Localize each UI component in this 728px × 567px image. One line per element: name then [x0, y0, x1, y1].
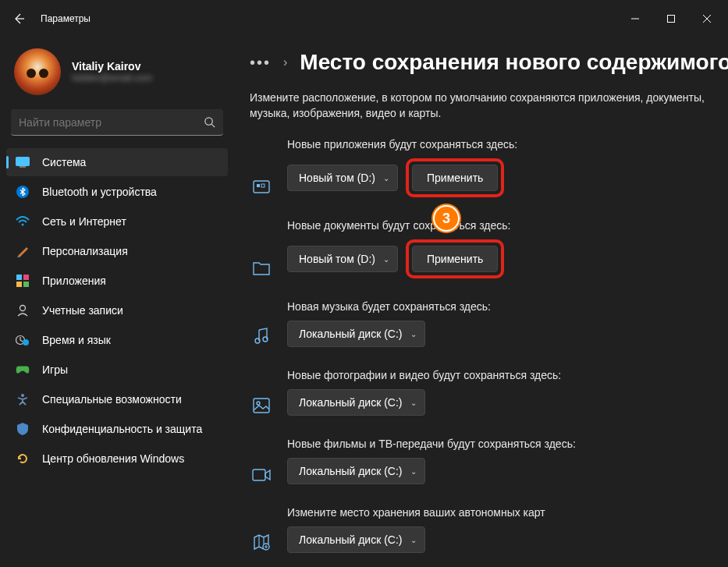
- nav-bluetooth[interactable]: Bluetooth и устройства: [6, 178, 228, 206]
- svg-point-12: [23, 339, 29, 346]
- svg-point-13: [21, 394, 24, 397]
- section-label: Новые приложения будут сохраняться здесь…: [287, 138, 728, 151]
- docs-drive-dropdown[interactable]: Новый том (D:) ⌄: [287, 246, 398, 272]
- dropdown-value: Локальный диск (C:): [299, 328, 403, 340]
- sidebar: Vitaliy Kairov hidden@email.com Система …: [0, 37, 234, 567]
- section-label: Новая музыка будет сохраняться здесь:: [287, 300, 728, 313]
- chevron-down-icon: ⌄: [383, 174, 389, 183]
- nav-label: Специальные возможности: [42, 393, 182, 406]
- movies-drive-dropdown[interactable]: Локальный диск (C:) ⌄: [287, 458, 425, 484]
- dropdown-value: Новый том (D:): [299, 172, 375, 184]
- music-drive-dropdown[interactable]: Локальный диск (C:) ⌄: [287, 321, 425, 347]
- bluetooth-icon: [16, 185, 30, 199]
- section-label: Новые фотографии и видео будут сохранять…: [287, 369, 728, 381]
- highlight-apply-apps: Применить: [406, 158, 504, 197]
- maximize-button[interactable]: [653, 6, 689, 31]
- svg-rect-16: [261, 184, 265, 187]
- docs-save-icon: [250, 219, 273, 278]
- section-label: Измените место хранения ваших автономных…: [287, 506, 728, 519]
- nav-label: Система: [42, 156, 86, 168]
- breadcrumb-more[interactable]: •••: [250, 54, 271, 72]
- apps-apply-button[interactable]: Применить: [412, 165, 498, 191]
- clock-globe-icon: [16, 333, 30, 347]
- svg-rect-3: [20, 166, 26, 168]
- search-input[interactable]: [19, 116, 204, 129]
- search-box[interactable]: [11, 109, 223, 136]
- apps-save-icon: [250, 138, 273, 197]
- svg-rect-6: [16, 275, 22, 280]
- nav-network[interactable]: Сеть и Интернет: [6, 207, 228, 236]
- svg-rect-9: [23, 282, 29, 287]
- chevron-down-icon: ⌄: [410, 536, 417, 544]
- section-movies: Новые фильмы и ТВ-передачи будут сохраня…: [250, 430, 728, 498]
- photos-drive-dropdown[interactable]: Локальный диск (C:) ⌄: [287, 389, 425, 416]
- apps-drive-dropdown[interactable]: Новый том (D:) ⌄: [287, 165, 398, 191]
- brush-icon: [16, 244, 30, 258]
- nav-personalization[interactable]: Персонализация: [6, 237, 228, 265]
- movies-save-icon: [250, 438, 273, 484]
- chevron-down-icon: ⌄: [410, 467, 417, 476]
- section-photos: Новые фотографии и видео будут сохранять…: [250, 361, 728, 430]
- profile-email: hidden@email.com: [72, 73, 152, 83]
- window-title: Параметры: [41, 13, 91, 24]
- nav: Система Bluetooth и устройства Сеть и Ин…: [6, 148, 228, 473]
- search-icon: [204, 116, 215, 128]
- nav-label: Приложения: [42, 275, 106, 287]
- section-music: Новая музыка будет сохраняться здесь: Ло…: [250, 292, 728, 361]
- annotation-step-badge: 3: [433, 205, 460, 232]
- chevron-right-icon: ›: [283, 55, 287, 69]
- profile-name: Vitaliy Kairov: [72, 60, 152, 73]
- nav-label: Персонализация: [42, 245, 128, 257]
- chevron-down-icon: ⌄: [410, 399, 417, 407]
- main: ••• › Место сохранения нового содержимог…: [234, 37, 728, 567]
- nav-label: Конфиденциальность и защита: [42, 423, 202, 435]
- nav-label: Bluetooth и устройства: [42, 186, 157, 198]
- svg-rect-21: [253, 470, 265, 480]
- svg-rect-0: [668, 16, 675, 23]
- person-icon: [16, 303, 30, 317]
- svg-rect-2: [16, 158, 30, 166]
- nav-time-language[interactable]: Время и язык: [6, 326, 228, 354]
- svg-point-1: [205, 118, 212, 125]
- shield-icon: [16, 422, 30, 436]
- dropdown-value: Локальный диск (C:): [299, 533, 403, 546]
- accessibility-icon: [16, 392, 30, 406]
- highlight-apply-docs: Применить: [406, 239, 504, 278]
- nav-label: Центр обновления Windows: [42, 452, 184, 465]
- nav-label: Игры: [42, 363, 68, 376]
- nav-accessibility[interactable]: Специальные возможности: [6, 385, 228, 413]
- breadcrumb: ••• › Место сохранения нового содержимог…: [250, 50, 728, 75]
- maps-drive-dropdown[interactable]: Локальный диск (C:) ⌄: [287, 526, 425, 553]
- nav-system[interactable]: Система: [6, 148, 228, 176]
- back-button[interactable]: [3, 3, 34, 34]
- minimize-button[interactable]: [617, 6, 653, 31]
- nav-update[interactable]: Центр обновления Windows: [6, 445, 228, 473]
- dropdown-value: Новый том (D:): [299, 253, 375, 265]
- button-label: Применить: [427, 253, 483, 265]
- dropdown-value: Локальный диск (C:): [299, 396, 403, 409]
- music-save-icon: [250, 300, 273, 347]
- nav-accounts[interactable]: Учетные записи: [6, 296, 228, 324]
- wifi-icon: [16, 214, 30, 229]
- docs-apply-button[interactable]: Применить: [412, 246, 498, 272]
- avatar: [14, 48, 61, 95]
- nav-label: Время и язык: [42, 334, 111, 346]
- page-title: Место сохранения нового содержимого: [300, 50, 728, 75]
- gamepad-icon: [16, 363, 30, 377]
- system-icon: [16, 155, 30, 169]
- nav-apps[interactable]: Приложения: [6, 267, 228, 295]
- svg-rect-7: [23, 275, 29, 280]
- apps-icon: [16, 274, 30, 288]
- nav-privacy[interactable]: Конфиденциальность и защита: [6, 415, 228, 443]
- svg-point-5: [22, 224, 24, 226]
- svg-point-10: [20, 306, 26, 311]
- titlebar: Параметры: [0, 0, 728, 37]
- chevron-down-icon: ⌄: [410, 330, 417, 338]
- nav-gaming[interactable]: Игры: [6, 356, 228, 384]
- maps-save-icon: [250, 506, 273, 553]
- section-docs: Новые документы будут сохраняться здесь:…: [250, 211, 728, 292]
- section-maps: Измените место хранения ваших автономных…: [250, 498, 728, 567]
- page-description: Измените расположение, в котором по умол…: [250, 90, 728, 121]
- profile[interactable]: Vitaliy Kairov hidden@email.com: [6, 44, 228, 109]
- close-button[interactable]: [689, 6, 725, 31]
